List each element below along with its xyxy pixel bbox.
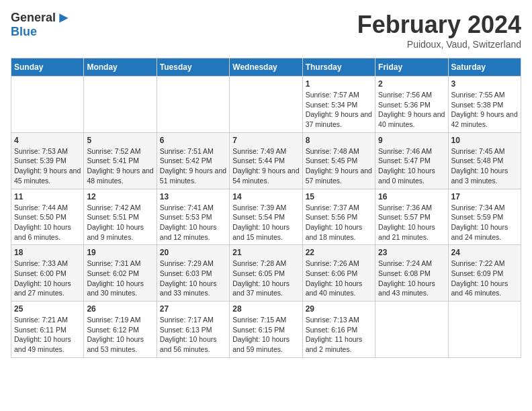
day-number: 7 [232,136,299,145]
day-number: 27 [160,304,226,314]
calendar-cell: 11Sunrise: 7:44 AM Sunset: 5:50 PM Dayli… [11,189,84,245]
day-number: 4 [14,136,81,145]
weekday-header-saturday: Saturday [448,58,521,77]
calendar-header: SundayMondayTuesdayWednesdayThursdayFrid… [11,58,521,77]
calendar-cell [157,77,229,133]
day-info: Sunrise: 7:56 AM Sunset: 5:36 PM Dayligh… [378,90,445,130]
day-number: 5 [87,136,153,145]
day-info: Sunrise: 7:33 AM Sunset: 6:00 PM Dayligh… [14,259,81,298]
calendar-cell: 28Sunrise: 7:15 AM Sunset: 6:15 PM Dayli… [230,302,302,358]
weekday-header-thursday: Thursday [302,58,375,77]
calendar-cell: 6Sunrise: 7:51 AM Sunset: 5:42 PM Daylig… [157,132,229,189]
calendar-cell: 15Sunrise: 7:37 AM Sunset: 5:56 PM Dayli… [302,189,375,245]
title-block: February 2024 Puidoux, Vaud, Switzerland [357,11,521,50]
day-number: 21 [232,248,299,257]
day-info: Sunrise: 7:44 AM Sunset: 5:50 PM Dayligh… [14,203,81,242]
day-info: Sunrise: 7:53 AM Sunset: 5:39 PM Dayligh… [14,146,81,186]
weekday-header-tuesday: Tuesday [157,58,229,77]
day-number: 26 [87,304,153,314]
calendar-cell: 24Sunrise: 7:22 AM Sunset: 6:09 PM Dayli… [448,245,521,302]
calendar-week-row: 18Sunrise: 7:33 AM Sunset: 6:00 PM Dayli… [11,245,521,302]
day-info: Sunrise: 7:42 AM Sunset: 5:51 PM Dayligh… [87,203,153,242]
day-number: 13 [160,192,226,201]
calendar-cell: 21Sunrise: 7:28 AM Sunset: 6:05 PM Dayli… [230,245,302,302]
calendar-cell: 19Sunrise: 7:31 AM Sunset: 6:02 PM Dayli… [84,245,157,302]
logo-general: General [11,11,56,25]
calendar-cell: 29Sunrise: 7:13 AM Sunset: 6:16 PM Dayli… [302,302,375,358]
calendar-cell: 18Sunrise: 7:33 AM Sunset: 6:00 PM Dayli… [11,245,84,302]
calendar-week-row: 1Sunrise: 7:57 AM Sunset: 5:34 PM Daylig… [11,77,521,133]
day-number: 10 [451,136,518,145]
calendar-week-row: 11Sunrise: 7:44 AM Sunset: 5:50 PM Dayli… [11,189,521,245]
weekday-header-row: SundayMondayTuesdayWednesdayThursdayFrid… [11,58,521,77]
day-info: Sunrise: 7:28 AM Sunset: 6:05 PM Dayligh… [232,259,299,298]
calendar-cell: 14Sunrise: 7:39 AM Sunset: 5:54 PM Dayli… [230,189,302,245]
weekday-header-sunday: Sunday [11,58,84,77]
day-number: 24 [451,248,518,257]
calendar-cell: 12Sunrise: 7:42 AM Sunset: 5:51 PM Dayli… [84,189,157,245]
calendar-cell: 26Sunrise: 7:19 AM Sunset: 6:12 PM Dayli… [84,302,157,358]
day-number: 6 [160,136,226,145]
location-subtitle: Puidoux, Vaud, Switzerland [357,39,521,50]
day-number: 25 [14,304,81,314]
day-info: Sunrise: 7:55 AM Sunset: 5:38 PM Dayligh… [451,90,518,130]
calendar-cell: 7Sunrise: 7:49 AM Sunset: 5:44 PM Daylig… [230,132,302,189]
day-number: 23 [378,248,445,257]
day-info: Sunrise: 7:26 AM Sunset: 6:06 PM Dayligh… [306,259,372,298]
calendar-table: SundayMondayTuesdayWednesdayThursdayFrid… [11,58,521,358]
calendar-cell [230,77,302,133]
calendar-cell: 1Sunrise: 7:57 AM Sunset: 5:34 PM Daylig… [302,77,375,133]
calendar-cell: 17Sunrise: 7:34 AM Sunset: 5:59 PM Dayli… [448,189,521,245]
calendar-cell: 2Sunrise: 7:56 AM Sunset: 5:36 PM Daylig… [375,77,448,133]
day-info: Sunrise: 7:46 AM Sunset: 5:47 PM Dayligh… [378,146,445,186]
month-title: February 2024 [357,11,521,39]
day-info: Sunrise: 7:57 AM Sunset: 5:34 PM Dayligh… [306,90,372,130]
day-number: 22 [306,248,372,257]
day-info: Sunrise: 7:13 AM Sunset: 6:16 PM Dayligh… [306,315,372,355]
calendar-cell [84,77,157,133]
calendar-cell: 16Sunrise: 7:36 AM Sunset: 5:57 PM Dayli… [375,189,448,245]
day-info: Sunrise: 7:51 AM Sunset: 5:42 PM Dayligh… [160,146,226,186]
calendar-cell: 4Sunrise: 7:53 AM Sunset: 5:39 PM Daylig… [11,132,84,189]
day-number: 3 [451,79,518,89]
calendar-cell: 23Sunrise: 7:24 AM Sunset: 6:08 PM Dayli… [375,245,448,302]
day-number: 18 [14,248,81,257]
day-info: Sunrise: 7:34 AM Sunset: 5:59 PM Dayligh… [451,203,518,242]
day-number: 29 [306,304,372,314]
calendar-cell [11,77,84,133]
day-info: Sunrise: 7:29 AM Sunset: 6:03 PM Dayligh… [160,259,226,298]
day-info: Sunrise: 7:48 AM Sunset: 5:45 PM Dayligh… [306,146,372,186]
weekday-header-friday: Friday [375,58,448,77]
weekday-header-monday: Monday [84,58,157,77]
calendar-cell: 13Sunrise: 7:41 AM Sunset: 5:53 PM Dayli… [157,189,229,245]
day-number: 11 [14,192,81,201]
day-info: Sunrise: 7:37 AM Sunset: 5:56 PM Dayligh… [306,203,372,242]
day-info: Sunrise: 7:22 AM Sunset: 6:09 PM Dayligh… [451,259,518,298]
calendar-cell: 10Sunrise: 7:45 AM Sunset: 5:48 PM Dayli… [448,132,521,189]
day-number: 1 [306,79,372,89]
day-info: Sunrise: 7:24 AM Sunset: 6:08 PM Dayligh… [378,259,445,298]
day-number: 12 [87,192,153,201]
calendar-cell [448,302,521,358]
calendar-cell: 20Sunrise: 7:29 AM Sunset: 6:03 PM Dayli… [157,245,229,302]
day-info: Sunrise: 7:39 AM Sunset: 5:54 PM Dayligh… [232,203,299,242]
day-number: 8 [306,136,372,145]
calendar-cell: 3Sunrise: 7:55 AM Sunset: 5:38 PM Daylig… [448,77,521,133]
logo: General Blue [11,11,71,39]
day-info: Sunrise: 7:45 AM Sunset: 5:48 PM Dayligh… [451,146,518,186]
calendar-cell: 22Sunrise: 7:26 AM Sunset: 6:06 PM Dayli… [302,245,375,302]
calendar-cell: 5Sunrise: 7:52 AM Sunset: 5:41 PM Daylig… [84,132,157,189]
day-number: 2 [378,79,445,89]
calendar-week-row: 25Sunrise: 7:21 AM Sunset: 6:11 PM Dayli… [11,302,521,358]
calendar-cell: 27Sunrise: 7:17 AM Sunset: 6:13 PM Dayli… [157,302,229,358]
day-number: 28 [232,304,299,314]
day-number: 17 [451,192,518,201]
calendar-cell: 9Sunrise: 7:46 AM Sunset: 5:47 PM Daylig… [375,132,448,189]
day-number: 14 [232,192,299,201]
day-info: Sunrise: 7:15 AM Sunset: 6:15 PM Dayligh… [232,315,299,355]
day-info: Sunrise: 7:49 AM Sunset: 5:44 PM Dayligh… [232,146,299,186]
logo-blue: Blue [11,25,37,39]
day-number: 20 [160,248,226,257]
logo-icon [57,11,71,25]
calendar-cell: 8Sunrise: 7:48 AM Sunset: 5:45 PM Daylig… [302,132,375,189]
